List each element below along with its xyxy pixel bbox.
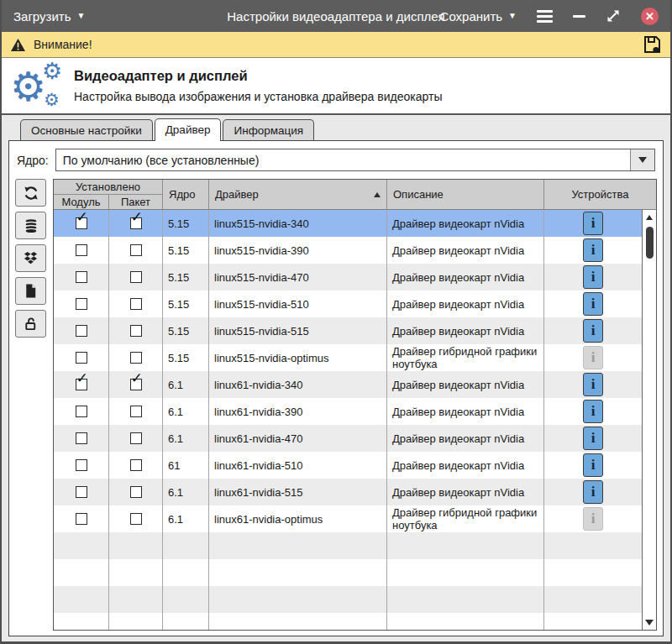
- package-checkbox[interactable]: [109, 425, 163, 452]
- driver-cell: linux515-nvidia-470: [209, 264, 387, 291]
- device-info-button: i: [583, 346, 603, 369]
- kernel-select[interactable]: По умолчанию (все установленные): [55, 149, 655, 171]
- scroll-down-icon: [645, 620, 654, 626]
- driver-cell: linux61-nvidia-340: [209, 371, 387, 398]
- module-checkbox[interactable]: [54, 317, 109, 344]
- combo-dropdown-button[interactable]: [630, 149, 654, 170]
- empty-cell: [163, 559, 209, 586]
- table-row[interactable]: 5.15linux515-nvidia-515Драйвер видеокарт…: [54, 317, 642, 344]
- load-menu-button[interactable]: Загрузить ▼: [13, 9, 85, 24]
- table-row[interactable]: ✓✓6.1linux61-nvidia-340Драйвер видеокарт…: [54, 371, 642, 398]
- table-row[interactable]: 5.15linux515-nvidia-390Драйвер видеокарт…: [54, 237, 642, 264]
- column-header-description[interactable]: Описание: [387, 180, 544, 209]
- device-info-button[interactable]: i: [583, 265, 603, 289]
- table-row[interactable]: 5.15linux515-nvidia-optimusДрайвер гибри…: [54, 344, 642, 371]
- module-checkbox[interactable]: [54, 291, 109, 317]
- module-checkbox[interactable]: [54, 425, 109, 452]
- minimize-button[interactable]: [573, 15, 585, 18]
- menu-button[interactable]: [537, 10, 553, 23]
- table-row[interactable]: 6.1linux61-nvidia-390Драйвер видеокарт n…: [54, 398, 642, 425]
- column-header-module[interactable]: Модуль: [54, 195, 109, 209]
- checkmark-icon: ✓: [76, 211, 88, 223]
- package-checkbox[interactable]: ✓: [109, 210, 163, 237]
- device-info-button[interactable]: i: [583, 292, 603, 316]
- empty-cell: [54, 559, 109, 586]
- devices-cell: i: [544, 317, 642, 344]
- package-checkbox[interactable]: [109, 317, 163, 344]
- module-checkbox[interactable]: [54, 452, 109, 479]
- device-info-button[interactable]: i: [583, 373, 603, 396]
- table-row[interactable]: 6.1linux61-nvidia-515Драйвер видеокарт n…: [54, 479, 642, 505]
- apply-save-button[interactable]: [642, 34, 662, 55]
- package-checkbox[interactable]: [109, 452, 163, 479]
- empty-cell: [109, 613, 163, 630]
- table-row[interactable]: 6.1linux61-nvidia-optimusДрайвер гибридн…: [54, 505, 642, 532]
- package-checkbox[interactable]: [109, 264, 163, 291]
- kernel-cell: 61: [163, 452, 209, 479]
- maximize-button[interactable]: [606, 8, 621, 24]
- tab-main-settings[interactable]: Основные настройки: [20, 119, 153, 140]
- module-checkbox[interactable]: [54, 264, 109, 291]
- toolbar-database-button[interactable]: [15, 212, 46, 239]
- module-checkbox[interactable]: [54, 479, 109, 505]
- empty-cell: [544, 532, 642, 559]
- table-row[interactable]: 5.15linux515-nvidia-510Драйвер видеокарт…: [54, 291, 642, 317]
- column-header-devices[interactable]: Устройства: [544, 180, 656, 209]
- column-header-kernel[interactable]: Ядро: [163, 180, 209, 209]
- kernel-cell: 5.15: [163, 317, 209, 344]
- device-info-button[interactable]: i: [583, 238, 603, 262]
- scrollbar-up-button[interactable]: [646, 212, 653, 223]
- description-cell: Драйвер видеокарт nVidia: [387, 317, 544, 344]
- checkmark-icon: ✓: [131, 211, 143, 223]
- device-info-button[interactable]: i: [583, 453, 603, 477]
- save-menu-button[interactable]: Сохранить ▼: [440, 9, 517, 24]
- package-checkbox[interactable]: [109, 398, 163, 425]
- column-header-driver[interactable]: Драйвер: [209, 180, 387, 209]
- toolbar-document-button[interactable]: [15, 277, 46, 305]
- column-header-installed[interactable]: Установлено: [54, 180, 162, 195]
- kernel-cell: 5.15: [163, 237, 209, 264]
- package-checkbox[interactable]: [109, 344, 163, 371]
- package-checkbox[interactable]: [109, 291, 163, 317]
- module-checkbox[interactable]: [54, 237, 109, 264]
- module-checkbox[interactable]: [54, 398, 109, 425]
- tab-information[interactable]: Информация: [223, 119, 314, 140]
- kernel-cell: 6.1: [163, 479, 209, 505]
- table-row[interactable]: 61linux61-nvidia-510Драйвер видеокарт nV…: [54, 452, 642, 479]
- checkmark-icon: ✓: [131, 372, 143, 385]
- package-checkbox[interactable]: ✓: [109, 371, 163, 398]
- empty-cell: [387, 559, 544, 586]
- empty-cell: [209, 532, 387, 559]
- toolbar-refresh-button[interactable]: [15, 179, 46, 207]
- toolbar-lock-button[interactable]: [15, 310, 46, 338]
- device-info-button[interactable]: i: [583, 212, 603, 235]
- device-info-button[interactable]: i: [583, 427, 603, 450]
- close-button[interactable]: ✕: [641, 8, 659, 25]
- module-checkbox[interactable]: ✓: [54, 371, 109, 398]
- description-cell: Драйвер видеокарт nVidia: [387, 264, 544, 291]
- devices-cell: i: [544, 344, 642, 371]
- empty-cell: [109, 532, 163, 559]
- device-info-button[interactable]: i: [583, 400, 603, 423]
- module-checkbox[interactable]: [54, 344, 109, 371]
- driver-cell: linux61-nvidia-470: [209, 425, 387, 452]
- toolbar-dropbox-button[interactable]: [15, 244, 46, 272]
- table-row[interactable]: 5.15linux515-nvidia-470Драйвер видеокарт…: [54, 264, 642, 291]
- package-checkbox[interactable]: [109, 505, 163, 532]
- device-info-button[interactable]: i: [583, 480, 603, 504]
- table-row[interactable]: 6.1linux61-nvidia-470Драйвер видеокарт n…: [54, 425, 642, 452]
- module-checkbox[interactable]: ✓: [54, 210, 109, 237]
- table-row[interactable]: ✓✓5.15linux515-nvidia-340Драйвер видеока…: [54, 210, 642, 237]
- scrollbar-down-button[interactable]: [645, 617, 654, 627]
- maximize-icon: [606, 8, 621, 24]
- scrollbar-thumb[interactable]: [646, 227, 654, 259]
- package-checkbox[interactable]: [109, 479, 163, 505]
- module-checkbox[interactable]: [54, 505, 109, 532]
- package-checkbox[interactable]: [109, 237, 163, 264]
- tab-driver[interactable]: Драйвер: [155, 118, 222, 141]
- driver-cell: linux61-nvidia-optimus: [209, 505, 387, 532]
- device-info-button[interactable]: i: [583, 319, 603, 343]
- vertical-scrollbar[interactable]: [642, 210, 656, 630]
- column-header-package[interactable]: Пакет: [109, 195, 162, 209]
- hamburger-icon: [537, 10, 553, 23]
